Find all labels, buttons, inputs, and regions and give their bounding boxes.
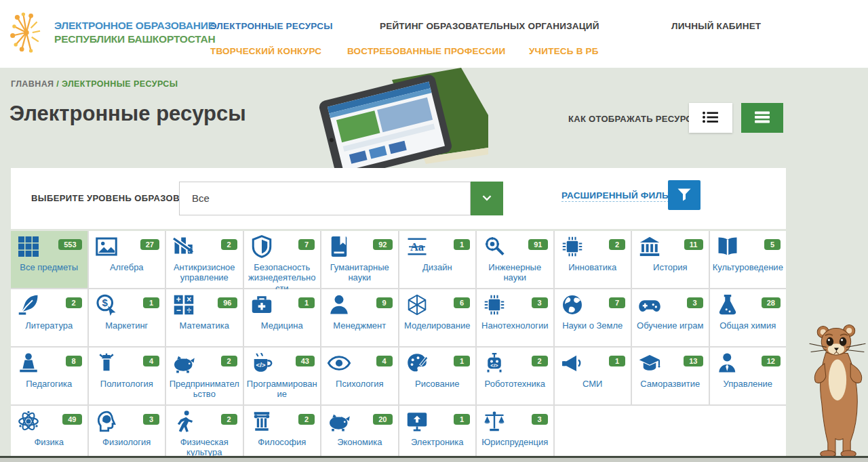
site-logo[interactable]: ЭЛЕКТРОННОЕ ОБРАЗОВАНИЕ РЕСПУБЛИКИ БАШКО… — [8, 4, 216, 61]
head-icon — [94, 409, 119, 434]
subject-card[interactable]: 2Философия — [244, 406, 321, 456]
select-dropdown-button[interactable] — [471, 182, 503, 215]
subject-card[interactable]: </>43Программирование — [244, 348, 321, 404]
chip-icon — [482, 293, 507, 317]
svg-text:$: $ — [102, 297, 108, 308]
subject-count-badge: 1 — [454, 414, 470, 425]
nav-item[interactable]: РЕЙТИНГ ОБРАЗОВАТЕЛЬНЫХ ОРГАНИЗАЦИЙ — [380, 21, 599, 31]
subject-card[interactable]: 1Электроника — [399, 406, 476, 456]
nav-item[interactable]: ЭЛЕКТРОННЫЕ РЕСУРСЫ — [210, 21, 333, 31]
subject-label: Математика — [169, 320, 240, 331]
subject-label: Обучение играм — [635, 320, 706, 331]
medical-bag-icon — [250, 293, 274, 317]
nav-item[interactable]: УЧИТЕСЬ В РБ — [529, 46, 599, 56]
breadcrumb: ГЛАВНАЯ / ЭЛЕКТРОННЫЕ РЕСУРСЫ — [11, 79, 178, 89]
subject-card[interactable]: 553Все предметы — [11, 231, 87, 288]
subject-label: СМИ — [557, 379, 629, 389]
subject-label: Экономика — [324, 437, 395, 447]
list-view-button[interactable] — [689, 103, 732, 133]
filter-panel: ВЫБЕРИТЕ УРОВЕНЬ ОБРАЗОВАНИЯ Все РАСШИРЕ… — [11, 168, 786, 229]
subject-count-badge: 3 — [532, 297, 548, 308]
subject-card[interactable]: $1Маркетинг — [89, 289, 165, 346]
lectern-icon — [16, 351, 41, 375]
footer-edge — [0, 456, 868, 462]
funnel-icon — [676, 187, 692, 204]
subject-card[interactable]: </>2Робототехника — [477, 348, 553, 404]
logo-line1: ЭЛЕКТРОННОЕ ОБРАЗОВАНИЕ — [54, 20, 215, 31]
subject-card[interactable]: +×−÷96Математика — [166, 289, 243, 346]
subject-card[interactable]: 1Медицина — [244, 289, 321, 346]
subject-card[interactable]: 2Предпринимательство — [166, 348, 243, 404]
subject-card[interactable]: 9Менеджмент — [321, 289, 398, 346]
subject-card[interactable]: 11История — [632, 231, 709, 288]
chart-down-icon — [172, 234, 196, 259]
subject-label: История — [635, 262, 706, 272]
podium-icon — [94, 351, 119, 375]
image-icon — [94, 234, 119, 259]
subject-card[interactable]: 2Литература — [11, 289, 87, 346]
subject-count-badge: 2 — [66, 297, 82, 308]
subject-label: Политология — [92, 379, 163, 389]
subject-count-badge: 2 — [221, 414, 237, 425]
shield-icon — [250, 234, 274, 259]
subject-label: Рисование — [402, 379, 473, 389]
logo-text: ЭЛЕКТРОННОЕ ОБРАЗОВАНИЕ РЕСПУБЛИКИ БАШКО… — [54, 19, 216, 46]
nav-item[interactable]: ЛИЧНЫЙ КАБИНЕТ — [671, 21, 761, 31]
breadcrumb-home[interactable]: ГЛАВНАЯ — [11, 79, 54, 89]
subjects-grid: 553Все предметы27Алгебра2Антикризисное у… — [11, 231, 786, 456]
subject-label: Моделирование — [402, 320, 473, 331]
education-level-select[interactable]: Все — [179, 182, 471, 215]
subject-card[interactable]: 8Педагогика — [11, 348, 87, 404]
subject-label: Инженерные науки — [479, 262, 551, 283]
subject-card[interactable]: 12Управление — [710, 348, 787, 404]
subject-card[interactable]: 3Физиология — [89, 406, 165, 456]
subject-label: Физическая культура — [169, 437, 240, 458]
subject-card[interactable]: 6Моделирование — [399, 289, 476, 346]
subject-card[interactable]: 13Саморазвитие — [632, 348, 709, 404]
subject-label: Маркетинг — [92, 320, 163, 331]
logo-sunburst-icon — [8, 4, 46, 61]
logo-line2: РЕСПУБЛИКИ БАШКОРТОСТАН — [54, 33, 216, 45]
subject-card[interactable]: 7Науки о Земле — [555, 289, 631, 346]
subject-count-badge: 49 — [62, 414, 81, 425]
subject-card[interactable]: 4Психология — [321, 348, 398, 404]
chip-icon — [560, 234, 585, 259]
subject-label: Юриспруденция — [479, 437, 551, 447]
subject-card[interactable]: 2Инноватика — [555, 231, 631, 288]
quill-icon — [16, 293, 41, 317]
subject-card[interactable]: 3Юриспруденция — [477, 406, 553, 456]
nav-item[interactable]: ТВОРЧЕСКИЙ КОНКУРС — [210, 46, 321, 56]
flask-icon — [715, 293, 740, 317]
filter-apply-button[interactable] — [668, 180, 701, 210]
cube-icon — [405, 293, 429, 317]
tile-view-button[interactable] — [741, 103, 783, 133]
subject-card[interactable]: 2Антикризисное управление — [166, 231, 243, 288]
subject-card[interactable]: 92Гуманитарные науки — [321, 231, 398, 288]
subject-count-badge: 2 — [298, 414, 315, 425]
subject-card[interactable]: 49Физика — [11, 406, 87, 456]
subject-label: Предпринимательство — [169, 379, 240, 400]
subject-card[interactable]: 7Безопасность жизнедеятельности — [244, 231, 321, 288]
subject-count-badge: 6 — [454, 297, 470, 308]
subject-card[interactable]: 1СМИ — [555, 348, 631, 404]
subject-card[interactable]: 28Общая химия — [710, 289, 787, 346]
robot-icon: </> — [482, 351, 507, 375]
subject-card[interactable]: 3Нанотехнологии — [477, 289, 553, 346]
subject-count-badge: 1 — [454, 239, 470, 250]
subject-card[interactable]: 3Обучение играм — [632, 289, 709, 346]
subject-count-badge: 553 — [58, 239, 81, 250]
subject-card[interactable]: 5Культуроведение — [710, 231, 787, 288]
subject-count-badge: 3 — [143, 414, 159, 425]
subject-card[interactable]: 91Инженерные науки — [477, 231, 553, 288]
subject-card[interactable]: 27Алгебра — [89, 231, 165, 288]
subject-card[interactable]: 4Политология — [89, 348, 165, 404]
subject-card[interactable]: Aa1Дизайн — [399, 231, 476, 288]
nav-item[interactable]: ВОСТРЕБОВАННЫЕ ПРОФЕССИИ — [347, 46, 505, 56]
subject-label: Медицина — [247, 320, 318, 331]
subject-label: Управление — [713, 379, 784, 389]
subject-label: Общая химия — [713, 320, 784, 331]
subject-card[interactable]: 2Физическая культура — [166, 406, 243, 456]
subject-card[interactable]: 1Рисование — [399, 348, 476, 404]
subject-card[interactable]: 20Экономика — [321, 406, 398, 456]
advanced-filter-link[interactable]: РАСШИРЕННЫЙ ФИЛЬТР — [561, 190, 679, 202]
